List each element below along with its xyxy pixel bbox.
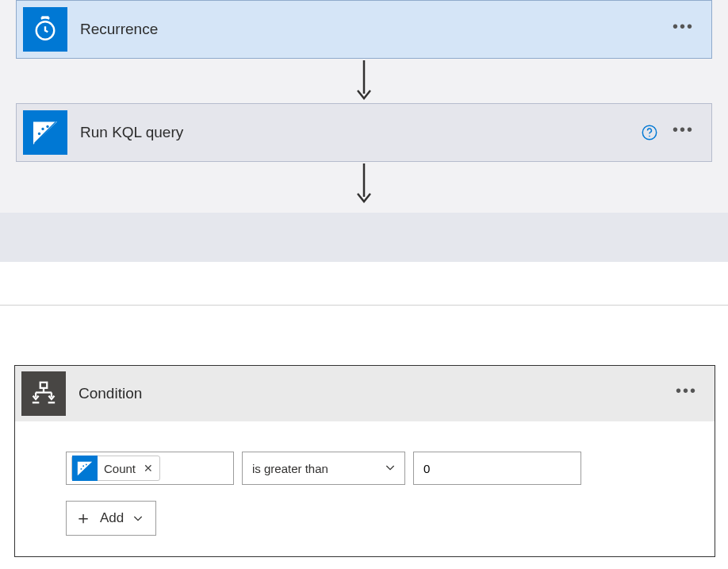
connector-arrow <box>0 59 728 103</box>
condition-title: Condition <box>72 385 676 402</box>
svg-point-19 <box>82 465 84 467</box>
chevron-down-icon <box>384 461 397 476</box>
plus-icon: ＋ <box>75 509 92 527</box>
svg-point-4 <box>41 128 44 130</box>
svg-point-20 <box>81 468 82 470</box>
condition-operator-select[interactable]: is greater than <box>242 452 405 485</box>
svg-point-8 <box>649 136 650 137</box>
add-condition-button[interactable]: ＋ Add <box>66 501 156 536</box>
operator-label: is greater than <box>252 462 328 475</box>
condition-card: Condition ••• <box>14 365 715 557</box>
step-run-kql[interactable]: Run KQL query ••• <box>16 103 712 162</box>
connector-arrow <box>0 162 728 206</box>
remove-token-icon[interactable]: ✕ <box>142 462 159 475</box>
section-divider <box>0 305 728 306</box>
condition-body: Count ✕ is greater than ＋ Add <box>15 421 715 556</box>
more-icon[interactable]: ••• <box>672 125 694 140</box>
condition-operand-input[interactable]: Count ✕ <box>66 452 234 485</box>
help-icon[interactable] <box>641 124 658 141</box>
svg-point-3 <box>46 125 48 128</box>
svg-marker-17 <box>78 462 92 475</box>
token-label: Count <box>98 462 142 475</box>
clock-icon <box>23 7 67 52</box>
workflow-region: Recurrence ••• Run KQL query <box>0 0 728 213</box>
svg-point-5 <box>38 133 40 135</box>
condition-value-input[interactable] <box>413 452 581 485</box>
more-icon[interactable]: ••• <box>676 386 697 401</box>
collapsed-region <box>0 213 728 262</box>
more-icon[interactable]: ••• <box>672 22 694 37</box>
chevron-down-icon <box>132 512 144 525</box>
dynamic-token[interactable]: Count ✕ <box>71 456 160 481</box>
data-explorer-icon <box>72 456 98 481</box>
condition-row: Count ✕ is greater than <box>66 452 700 485</box>
step-recurrence[interactable]: Recurrence ••• <box>16 0 712 59</box>
step-title: Recurrence <box>74 21 672 38</box>
condition-header[interactable]: Condition ••• <box>15 366 715 421</box>
add-label: Add <box>100 510 124 526</box>
condition-icon <box>21 371 66 416</box>
data-explorer-icon <box>23 110 67 155</box>
svg-point-18 <box>86 464 87 466</box>
step-title: Run KQL query <box>74 124 641 141</box>
svg-rect-10 <box>40 383 48 388</box>
